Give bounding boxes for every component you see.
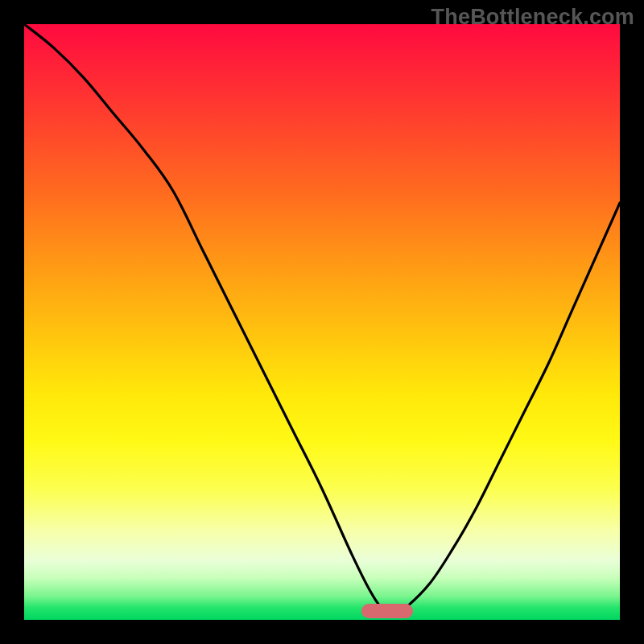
bottleneck-curve-path — [24, 24, 620, 614]
optimal-marker — [361, 604, 413, 618]
watermark-text: TheBottleneck.com — [431, 5, 634, 30]
chart-frame: TheBottleneck.com — [0, 0, 644, 644]
curve-svg — [24, 24, 620, 620]
plot-area — [24, 24, 620, 620]
